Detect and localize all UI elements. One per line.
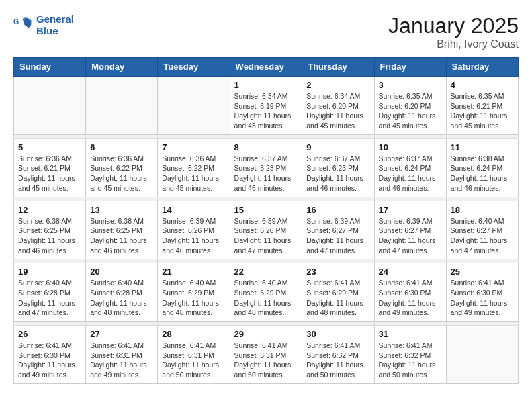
calendar-day-cell: 25Sunrise: 6:41 AM Sunset: 6:30 PM Dayli…: [446, 263, 518, 322]
day-info: Sunrise: 6:40 AM Sunset: 6:29 PM Dayligh…: [162, 278, 225, 318]
day-number: 11: [451, 142, 514, 152]
calendar-day-cell: 23Sunrise: 6:41 AM Sunset: 6:29 PM Dayli…: [302, 263, 374, 322]
day-info: Sunrise: 6:41 AM Sunset: 6:32 PM Dayligh…: [306, 340, 369, 380]
day-info: Sunrise: 6:41 AM Sunset: 6:31 PM Dayligh…: [234, 340, 298, 380]
day-number: 29: [234, 329, 298, 339]
calendar-title: January 2025: [388, 13, 519, 38]
day-info: Sunrise: 6:37 AM Sunset: 6:24 PM Dayligh…: [379, 154, 442, 193]
day-number: 10: [379, 142, 442, 152]
day-info: Sunrise: 6:41 AM Sunset: 6:31 PM Dayligh…: [162, 340, 225, 380]
svg-text:G: G: [13, 17, 19, 26]
day-header-friday: Friday: [374, 58, 446, 77]
day-info: Sunrise: 6:35 AM Sunset: 6:21 PM Dayligh…: [451, 91, 514, 131]
calendar-day-cell: 24Sunrise: 6:41 AM Sunset: 6:30 PM Dayli…: [374, 263, 446, 322]
day-number: 17: [379, 205, 442, 215]
calendar-day-cell: 1Sunrise: 6:34 AM Sunset: 6:19 PM Daylig…: [230, 77, 302, 135]
day-number: 2: [306, 80, 369, 90]
day-info: Sunrise: 6:38 AM Sunset: 6:25 PM Dayligh…: [90, 216, 153, 256]
calendar-day-cell: 11Sunrise: 6:38 AM Sunset: 6:24 PM Dayli…: [446, 138, 518, 197]
calendar-day-cell: 16Sunrise: 6:39 AM Sunset: 6:27 PM Dayli…: [302, 201, 374, 259]
calendar-day-cell: [14, 77, 86, 135]
day-number: 26: [18, 329, 81, 339]
calendar-week-row: 26Sunrise: 6:41 AM Sunset: 6:30 PM Dayli…: [14, 326, 519, 384]
day-number: 31: [379, 329, 442, 339]
day-info: Sunrise: 6:35 AM Sunset: 6:20 PM Dayligh…: [379, 91, 442, 131]
day-number: 25: [451, 267, 514, 277]
day-number: 15: [234, 205, 298, 215]
calendar-day-cell: 27Sunrise: 6:41 AM Sunset: 6:31 PM Dayli…: [86, 326, 158, 384]
day-number: 30: [306, 329, 369, 339]
calendar-day-cell: 22Sunrise: 6:40 AM Sunset: 6:29 PM Dayli…: [230, 263, 302, 322]
day-number: 21: [162, 267, 225, 277]
calendar-day-cell: 9Sunrise: 6:37 AM Sunset: 6:23 PM Daylig…: [302, 138, 374, 197]
day-info: Sunrise: 6:38 AM Sunset: 6:25 PM Dayligh…: [18, 216, 81, 256]
day-number: 6: [90, 142, 153, 152]
calendar-week-row: 12Sunrise: 6:38 AM Sunset: 6:25 PM Dayli…: [14, 201, 519, 259]
day-info: Sunrise: 6:39 AM Sunset: 6:26 PM Dayligh…: [162, 216, 225, 256]
calendar-day-cell: 18Sunrise: 6:40 AM Sunset: 6:27 PM Dayli…: [446, 201, 518, 259]
day-header-sunday: Sunday: [14, 58, 86, 77]
calendar-day-cell: 6Sunrise: 6:36 AM Sunset: 6:22 PM Daylig…: [86, 138, 158, 197]
calendar-header-row: SundayMondayTuesdayWednesdayThursdayFrid…: [14, 58, 519, 77]
day-header-saturday: Saturday: [446, 58, 518, 77]
calendar-week-row: 1Sunrise: 6:34 AM Sunset: 6:19 PM Daylig…: [14, 77, 519, 135]
day-number: 3: [379, 80, 442, 90]
day-number: 12: [18, 205, 81, 215]
day-info: Sunrise: 6:39 AM Sunset: 6:26 PM Dayligh…: [234, 216, 298, 256]
title-section: January 2025 Brihi, Ivory Coast: [388, 13, 519, 50]
calendar-day-cell: 31Sunrise: 6:41 AM Sunset: 6:32 PM Dayli…: [374, 326, 446, 384]
calendar-day-cell: 2Sunrise: 6:34 AM Sunset: 6:20 PM Daylig…: [302, 77, 374, 135]
calendar-day-cell: [86, 77, 158, 135]
logo-text: General Blue: [36, 13, 74, 36]
day-number: 8: [234, 142, 298, 152]
calendar-day-cell: 4Sunrise: 6:35 AM Sunset: 6:21 PM Daylig…: [446, 77, 518, 135]
day-number: 7: [162, 142, 225, 152]
day-number: 16: [306, 205, 369, 215]
day-number: 24: [379, 267, 442, 277]
day-number: 18: [451, 205, 514, 215]
day-number: 22: [234, 267, 298, 277]
page-header: G General Blue January 2025 Brihi, Ivory…: [13, 13, 519, 50]
day-info: Sunrise: 6:41 AM Sunset: 6:31 PM Dayligh…: [90, 340, 153, 380]
day-info: Sunrise: 6:34 AM Sunset: 6:19 PM Dayligh…: [234, 91, 298, 131]
day-number: 28: [162, 329, 225, 339]
calendar-subtitle: Brihi, Ivory Coast: [388, 38, 519, 50]
calendar-day-cell: 15Sunrise: 6:39 AM Sunset: 6:26 PM Dayli…: [230, 201, 302, 259]
calendar-day-cell: 19Sunrise: 6:40 AM Sunset: 6:28 PM Dayli…: [14, 263, 86, 322]
day-info: Sunrise: 6:41 AM Sunset: 6:30 PM Dayligh…: [379, 278, 442, 318]
calendar-day-cell: 14Sunrise: 6:39 AM Sunset: 6:26 PM Dayli…: [158, 201, 230, 259]
day-info: Sunrise: 6:38 AM Sunset: 6:24 PM Dayligh…: [451, 154, 514, 193]
calendar-day-cell: 13Sunrise: 6:38 AM Sunset: 6:25 PM Dayli…: [86, 201, 158, 259]
day-info: Sunrise: 6:41 AM Sunset: 6:30 PM Dayligh…: [451, 278, 514, 318]
calendar-day-cell: [446, 326, 518, 384]
day-info: Sunrise: 6:41 AM Sunset: 6:32 PM Dayligh…: [379, 340, 442, 380]
day-info: Sunrise: 6:41 AM Sunset: 6:30 PM Dayligh…: [18, 340, 81, 380]
calendar-day-cell: 3Sunrise: 6:35 AM Sunset: 6:20 PM Daylig…: [374, 77, 446, 135]
day-number: 5: [18, 142, 81, 152]
calendar-day-cell: 5Sunrise: 6:36 AM Sunset: 6:21 PM Daylig…: [14, 138, 86, 197]
calendar-week-row: 19Sunrise: 6:40 AM Sunset: 6:28 PM Dayli…: [14, 263, 519, 322]
day-number: 9: [306, 142, 369, 152]
calendar-day-cell: 10Sunrise: 6:37 AM Sunset: 6:24 PM Dayli…: [374, 138, 446, 197]
calendar-day-cell: 28Sunrise: 6:41 AM Sunset: 6:31 PM Dayli…: [158, 326, 230, 384]
day-info: Sunrise: 6:36 AM Sunset: 6:21 PM Dayligh…: [18, 154, 81, 193]
calendar-day-cell: 21Sunrise: 6:40 AM Sunset: 6:29 PM Dayli…: [158, 263, 230, 322]
logo-icon: G: [13, 15, 34, 35]
day-number: 14: [162, 205, 225, 215]
day-header-wednesday: Wednesday: [230, 58, 302, 77]
day-info: Sunrise: 6:41 AM Sunset: 6:29 PM Dayligh…: [306, 278, 369, 318]
day-info: Sunrise: 6:39 AM Sunset: 6:27 PM Dayligh…: [306, 216, 369, 256]
calendar-day-cell: 7Sunrise: 6:36 AM Sunset: 6:22 PM Daylig…: [158, 138, 230, 197]
day-number: 23: [306, 267, 369, 277]
logo: G General Blue: [13, 13, 74, 36]
day-info: Sunrise: 6:40 AM Sunset: 6:27 PM Dayligh…: [451, 216, 514, 256]
calendar-day-cell: 8Sunrise: 6:37 AM Sunset: 6:23 PM Daylig…: [230, 138, 302, 197]
day-header-tuesday: Tuesday: [158, 58, 230, 77]
calendar-day-cell: [158, 77, 230, 135]
day-number: 13: [90, 205, 153, 215]
day-info: Sunrise: 6:36 AM Sunset: 6:22 PM Dayligh…: [90, 154, 153, 193]
calendar-day-cell: 17Sunrise: 6:39 AM Sunset: 6:27 PM Dayli…: [374, 201, 446, 259]
day-header-thursday: Thursday: [302, 58, 374, 77]
day-info: Sunrise: 6:40 AM Sunset: 6:29 PM Dayligh…: [234, 278, 298, 318]
calendar-day-cell: 26Sunrise: 6:41 AM Sunset: 6:30 PM Dayli…: [14, 326, 86, 384]
